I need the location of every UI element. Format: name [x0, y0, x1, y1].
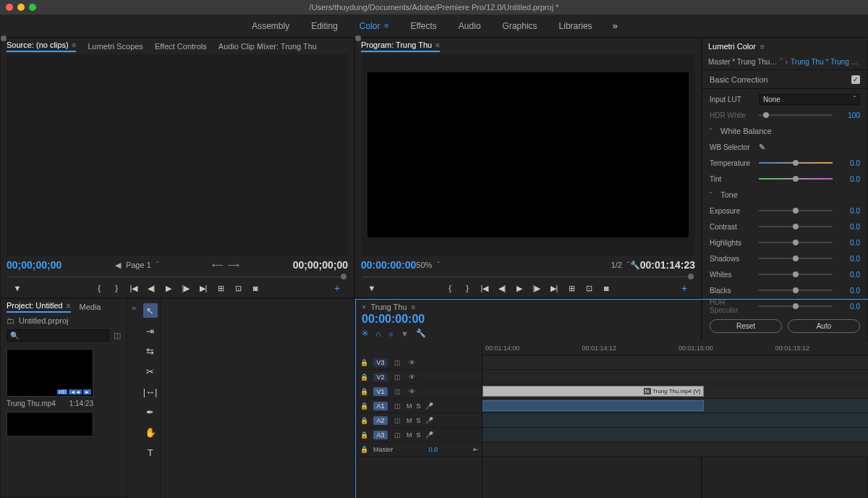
lock-icon[interactable]: 🔒	[359, 374, 369, 381]
panel-chevron[interactable]: »	[127, 302, 140, 313]
eyedropper-icon[interactable]: ✎	[759, 143, 765, 152]
fx-icon[interactable]: ◫	[392, 417, 402, 424]
lock-icon[interactable]: 🔒	[359, 402, 369, 410]
eye-icon[interactable]: 👁	[407, 359, 417, 366]
out-point-icon[interactable]: }	[462, 284, 472, 292]
slip-tool-icon[interactable]: |↔|	[143, 384, 158, 399]
resolution-select[interactable]: 1/2 ˇ	[611, 261, 630, 269]
scrub-handle-end[interactable]	[341, 274, 346, 279]
page-nav[interactable]: ◀ Page 1 ˇ	[115, 261, 159, 270]
temperature-slider[interactable]	[759, 162, 833, 164]
menu-icon[interactable]: ≡	[760, 43, 765, 51]
lock-icon[interactable]: 🔒	[359, 359, 369, 366]
tab-program[interactable]: Program: Trung Thu≡	[361, 41, 440, 52]
lock-icon[interactable]: 🔒	[359, 431, 369, 439]
marker-icon[interactable]: ▼	[401, 329, 409, 338]
asset-thumb[interactable]: HD ◄◄ ►	[7, 349, 93, 397]
checkbox-icon[interactable]: ✓	[851, 75, 860, 84]
scrub-handle-start[interactable]	[355, 35, 361, 41]
blacks-slider[interactable]	[759, 290, 833, 291]
contrast-value[interactable]: 0.0	[838, 223, 860, 231]
row-v2[interactable]	[482, 370, 868, 384]
row-a3[interactable]	[482, 428, 868, 442]
go-out-icon[interactable]: ▶|	[198, 284, 208, 293]
go-out-icon[interactable]: ▶|	[549, 284, 559, 293]
hand-tool-icon[interactable]: ✋	[143, 425, 158, 439]
row-v1[interactable]: fx Trung Thu.mp4 [V]	[482, 384, 868, 399]
zoom-select[interactable]: 50% ˇ	[416, 261, 440, 269]
window-close[interactable]	[6, 4, 13, 11]
fx-icon[interactable]: ◫	[392, 431, 402, 439]
tab-project[interactable]: Project: Untitled≡	[7, 301, 71, 313]
shadows-value[interactable]: 0.0	[838, 255, 860, 263]
step-fwd-icon[interactable]: |▶	[532, 284, 542, 293]
window-maximize[interactable]	[29, 4, 36, 11]
tab-source[interactable]: Source: (no clips)≡	[7, 41, 76, 52]
ws-libraries[interactable]: Libraries	[558, 18, 594, 34]
row-master[interactable]	[482, 442, 868, 457]
fx-icon[interactable]: ◫	[392, 374, 402, 381]
hdr-white-value[interactable]: 100	[838, 111, 860, 119]
track-a2[interactable]: 🔒A2◫MS🎤	[356, 413, 482, 428]
wrench-icon[interactable]: 🔧	[630, 261, 640, 270]
linked-selection-icon[interactable]: ⟐	[388, 329, 393, 338]
blacks-value[interactable]: 0.0	[838, 287, 860, 295]
export-frame-icon[interactable]: ◙	[250, 284, 260, 292]
section-basic-correction[interactable]: Basic Correction ✓	[702, 70, 867, 89]
type-tool-icon[interactable]: T	[143, 445, 158, 460]
snap-icon[interactable]: ※	[362, 329, 368, 338]
menu-icon[interactable]: ≡	[72, 41, 77, 49]
ws-overflow[interactable]: »	[613, 20, 618, 31]
sequence-link[interactable]: Trung Thu * Trung …	[791, 58, 858, 66]
export-frame-icon[interactable]: ◙	[601, 284, 611, 292]
settings-icon[interactable]: 🔧	[416, 329, 426, 338]
timeline-tc[interactable]: 00:00:00:00	[362, 313, 868, 326]
collapse-icon[interactable]: ⇤	[473, 446, 479, 453]
source-view[interactable]	[7, 54, 348, 256]
ripple-edit-tool-icon[interactable]: ⇆	[143, 344, 158, 358]
out-point-icon[interactable]: }	[111, 284, 122, 292]
ws-color[interactable]: Color≡	[358, 18, 391, 34]
master-clip[interactable]: Master * Trung Thu…	[708, 58, 777, 66]
track-v2[interactable]: 🔒V2◫👁	[356, 370, 482, 384]
whites-value[interactable]: 0.0	[838, 271, 860, 279]
source-tc-left[interactable]: 00;00;00;00	[7, 259, 61, 271]
track-master[interactable]: 🔒Master0.0⇤	[356, 442, 482, 457]
pen-tool-icon[interactable]: ✒	[143, 405, 158, 419]
ws-editing[interactable]: Editing	[310, 18, 339, 34]
highlights-slider[interactable]	[759, 242, 833, 243]
track-a3[interactable]: 🔒A3◫MS🎤	[356, 428, 482, 442]
audio-clip[interactable]	[482, 400, 704, 411]
asset-name[interactable]: Trung Thu.mp4	[7, 400, 56, 408]
tab-effect-controls[interactable]: Effect Controls	[155, 42, 207, 51]
row-a1[interactable]	[482, 399, 868, 413]
tab-media[interactable]: Media	[80, 303, 101, 311]
tint-value[interactable]: 0.0	[838, 175, 860, 183]
menu-icon[interactable]: ≡	[67, 302, 71, 310]
mic-icon[interactable]: 🎤	[425, 431, 433, 439]
scrub-handle-end[interactable]	[688, 274, 694, 279]
window-minimize[interactable]	[17, 4, 25, 11]
input-lut-select[interactable]: Noneˇ	[759, 94, 860, 105]
row-v3[interactable]	[482, 355, 868, 370]
insert-icon[interactable]: ⊞	[216, 284, 226, 293]
eye-icon[interactable]: 👁	[407, 374, 417, 381]
in-point-icon[interactable]: {	[94, 284, 104, 292]
asset-thumb-2[interactable]	[7, 412, 93, 436]
play-icon[interactable]: ▶	[514, 284, 524, 293]
marker-add-icon[interactable]: ▼	[12, 284, 22, 292]
ws-effects[interactable]: Effects	[409, 18, 438, 34]
highlights-value[interactable]: 0.0	[838, 239, 860, 247]
lock-icon[interactable]: 🔒	[359, 417, 369, 424]
lift-icon[interactable]: ⊞	[566, 284, 576, 293]
track-a1[interactable]: 🔒A1◫MS🎤	[356, 399, 482, 413]
time-ruler[interactable]: 00:01:14:0000:01:14:1200:01:15:0000:01:1…	[482, 341, 868, 355]
exposure-slider[interactable]	[759, 210, 833, 211]
tab-lumetri-scopes[interactable]: Lumetri Scopes	[88, 42, 142, 51]
tint-slider[interactable]	[759, 178, 833, 180]
filter-icon[interactable]: ◫	[114, 331, 121, 340]
fx-icon[interactable]: ◫	[392, 359, 402, 366]
video-clip[interactable]: fx Trung Thu.mp4 [V]	[482, 386, 704, 397]
program-view[interactable]	[361, 54, 695, 256]
shadows-slider[interactable]	[759, 258, 833, 259]
